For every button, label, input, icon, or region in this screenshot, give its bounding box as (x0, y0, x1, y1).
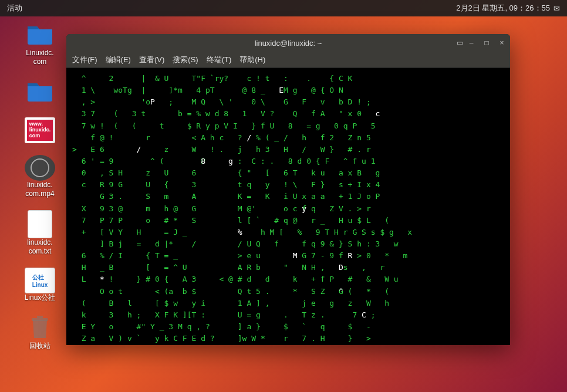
terminal-window: linuxidc@linuxidc: ~ ▭ – □ × 文件(F) 编辑(E)… (66, 34, 510, 345)
matrix-line: c R 9 G U { 3 t q y ! \ F } s + I x 4 (72, 180, 380, 189)
matrix-line: ( B l [ $ w y i 1 A ] , j e g z W h (72, 299, 389, 307)
menu-view[interactable]: 查看(V) (139, 55, 164, 65)
trash-icon (27, 313, 53, 340)
matrix-line: 7 w ! ( ( t $ R y p V I } f U 8 = g 0 q … (72, 121, 376, 130)
terminal-title: linuxidc@linuxidc: ~ (255, 39, 322, 48)
matrix-line: 0 , S H z U 6 { " [ 6 T k u a x B g (72, 168, 380, 177)
folder-icon (26, 23, 53, 45)
terminal-menubar: 文件(F) 编辑(E) 查看(V) 搜索(S) 终端(T) 帮助(H) (66, 52, 510, 68)
desktop-icon-label: 回收站 (29, 342, 50, 350)
matrix-highlight: / (72, 132, 251, 144)
menu-edit[interactable]: 编辑(E) (106, 55, 131, 65)
desktop-icon-label: Linux公社 (25, 293, 56, 302)
terminal-body[interactable]: ^ 2 | & U T"F `ry? c ! t : . { C K 1 \ w… (66, 68, 510, 345)
top-panel: 活动 2月2日 星期五, 09：26：55 ✉ (0, 0, 567, 16)
menu-file[interactable]: 文件(F) (72, 55, 97, 65)
mail-icon[interactable]: ✉ (554, 4, 560, 13)
matrix-highlight: ^ (72, 286, 343, 298)
matrix-line: 7 P 7 P o # * S l [ ` # q @ r _ H u $ L … (72, 216, 389, 225)
svg-rect-0 (32, 318, 48, 321)
text-file-icon (28, 210, 52, 238)
minimize-button[interactable]: – (467, 38, 476, 48)
window-state-icon: ▭ (455, 38, 464, 48)
svg-rect-1 (37, 316, 43, 318)
menu-terminal[interactable]: 终端(T) (207, 55, 232, 65)
matrix-highlight: % (72, 227, 242, 238)
img-linux-gongshe[interactable]: 公社LinuxLinux公社 (16, 268, 63, 302)
desktop-icon-label: linuxidc.com.mp4 (25, 181, 54, 198)
matrix-highlight: y (72, 203, 306, 215)
menu-help[interactable]: 帮助(H) (239, 55, 265, 65)
matrix-highlight: M R (72, 250, 352, 262)
desktop-area: Linuxidc.comwww.linuxidc.comlinuxidc.com… (0, 16, 567, 392)
txt-linuxidc[interactable]: linuxidc.com.txt (16, 210, 63, 256)
matrix-highlight: / (72, 144, 141, 156)
matrix-line: ^ 2 | & U T"F `ry? c ! t : . { C K (72, 74, 352, 83)
folder-icon (26, 80, 53, 102)
activities-label[interactable]: 活动 (7, 3, 22, 13)
video-file-icon (25, 155, 55, 181)
matrix-highlight: E (72, 85, 284, 96)
matrix-highlight: 8 g (72, 156, 233, 167)
desktop-icon-label: linuxidc.com.txt (27, 238, 52, 256)
matrix-highlight: * (72, 273, 104, 285)
matrix-line: Z a V ) v ` y k C F E d ? ]w W * r 7 . H… (72, 334, 371, 343)
img-www-linuxidc[interactable]: www.linuxidc.com (16, 117, 63, 143)
folder-generic[interactable] (16, 78, 63, 106)
close-button[interactable]: × (497, 38, 507, 48)
matrix-highlight: c (72, 108, 380, 120)
terminal-titlebar[interactable]: linuxidc@linuxidc: ~ ▭ – □ × (66, 34, 510, 52)
matrix-line: E Y o #" Y _ 3 M q , ? ] a } $ ` q $ - (72, 322, 371, 331)
desktop-icon-label: Linuxidc.com (26, 49, 53, 66)
image-file-icon: 公社Linux (25, 268, 55, 293)
matrix-line: ] B j = d |* / / U Q f f q 9 & } S h : 3… (72, 239, 399, 248)
clock-datetime[interactable]: 2月2日 星期五, 09：26：55 (456, 3, 550, 13)
matrix-highlight: D (72, 262, 343, 273)
image-thumbnail-icon: www.linuxidc.com (25, 117, 55, 143)
matrix-highlight: P (72, 96, 155, 108)
matrix-line: L ! } # 0 { A 3 < @ # d d k + f P # & W … (72, 275, 399, 283)
matrix-highlight: C (72, 309, 366, 321)
folder-linuxidc-com[interactable]: Linuxidc.com (16, 21, 63, 66)
maximize-button[interactable]: □ (482, 38, 491, 48)
matrix-line: G 3 . S m A K = K i U x a a + 1 J o P (72, 192, 380, 201)
trash[interactable]: 回收站 (16, 314, 63, 350)
video-linuxidc[interactable]: linuxidc.com.mp4 (16, 155, 63, 198)
menu-search[interactable]: 搜索(S) (173, 55, 198, 65)
